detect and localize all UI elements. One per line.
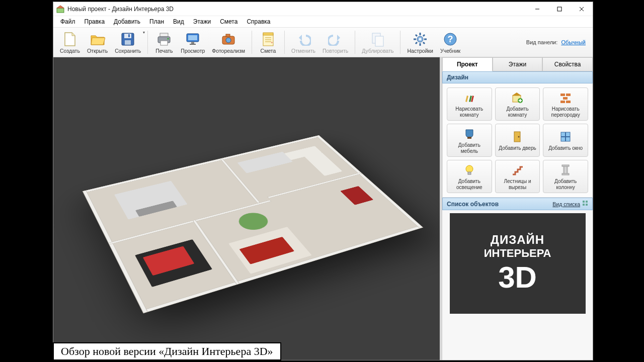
svg-rect-0 xyxy=(57,8,64,13)
design-draw-room-button[interactable]: Нарисовать комнату xyxy=(447,87,492,121)
bulb-icon xyxy=(462,163,476,177)
door-icon xyxy=(510,130,524,144)
svg-rect-9 xyxy=(128,34,130,37)
design-window-button[interactable]: Добавить окно xyxy=(543,124,588,157)
undo-icon xyxy=(295,31,311,47)
panel-view-label: Вид панели: xyxy=(526,39,557,45)
promo-logo: ДИЗАЙН ИНТЕРЬЕРА 3D xyxy=(450,213,586,314)
panel-view-selector[interactable]: Вид панели: Обычный xyxy=(526,39,586,45)
svg-rect-35 xyxy=(560,94,565,96)
file-new-icon xyxy=(62,31,78,47)
design-wall-button[interactable]: Нарисовать перегородку xyxy=(543,87,588,121)
help-button[interactable]: ?Учебник xyxy=(437,29,464,56)
tab-проект[interactable]: Проект xyxy=(442,57,493,71)
svg-rect-50 xyxy=(562,173,569,175)
minimize-button[interactable] xyxy=(526,2,548,16)
svg-rect-10 xyxy=(160,33,168,37)
camera-icon xyxy=(220,31,236,47)
open-button[interactable]: Открыть xyxy=(84,29,111,56)
dropdown-arrow-icon: ▾ xyxy=(143,30,145,35)
folder-open-icon xyxy=(90,31,106,47)
tab-этажи[interactable]: Этажи xyxy=(493,57,543,71)
menu-вид[interactable]: Вид xyxy=(169,17,188,26)
svg-rect-7 xyxy=(124,34,131,38)
draw-room-icon xyxy=(462,90,476,105)
menu-добавить[interactable]: Добавить xyxy=(110,17,144,26)
add-room-icon xyxy=(510,90,524,105)
gear-icon xyxy=(412,31,428,47)
tab-свойства[interactable]: Свойства xyxy=(542,57,593,71)
menu-правка[interactable]: Правка xyxy=(80,17,109,26)
svg-rect-17 xyxy=(190,44,196,45)
svg-point-20 xyxy=(226,38,231,43)
estimate-button[interactable]: Смета xyxy=(255,29,281,56)
close-button[interactable] xyxy=(571,2,593,16)
toolbar: СоздатьОткрытьСохранить▾ПечатьПросмотрФо… xyxy=(53,27,593,57)
svg-point-46 xyxy=(466,165,473,172)
window-title: Новый проект - Дизайн Интерьера 3D xyxy=(67,6,526,13)
list-view-link[interactable]: Вид списка xyxy=(552,201,580,207)
panel-view-value[interactable]: Обычный xyxy=(561,39,586,45)
menu-bar: ФайлПравкаДобавитьПланВидЭтажиСметаСправ… xyxy=(53,16,593,27)
wall-icon xyxy=(558,90,573,105)
svg-point-29 xyxy=(419,38,422,40)
svg-rect-49 xyxy=(562,165,569,166)
svg-point-13 xyxy=(168,38,169,39)
objects-list-area: ДИЗАЙН ИНТЕРЬЕРА 3D xyxy=(442,210,593,360)
window-icon xyxy=(558,130,573,144)
menu-смета[interactable]: Смета xyxy=(216,17,242,26)
svg-text:?: ? xyxy=(448,34,453,44)
title-bar: Новый проект - Дизайн Интерьера 3D xyxy=(53,2,593,16)
redo-icon xyxy=(328,31,344,47)
svg-rect-55 xyxy=(583,204,585,206)
printer-icon xyxy=(156,31,172,47)
help-icon: ? xyxy=(442,31,458,47)
new-button[interactable]: Создать xyxy=(56,29,84,56)
video-caption: Обзор новой версии «Дизайн Интерьера 3D» xyxy=(53,342,281,360)
disk-icon xyxy=(120,31,136,47)
objects-section-header: Список объектов Вид списка xyxy=(442,198,593,210)
view-button[interactable]: Просмотр xyxy=(177,29,208,56)
design-stairs-button[interactable]: Лестницы и вырезы xyxy=(495,160,540,193)
svg-rect-12 xyxy=(160,41,168,45)
design-add-room-button[interactable]: Добавить комнату xyxy=(495,87,540,121)
undo-button: Отменить xyxy=(288,29,319,56)
stairs-icon xyxy=(510,163,524,177)
menu-справка[interactable]: Справка xyxy=(243,17,274,26)
svg-rect-36 xyxy=(566,94,571,96)
menu-этажи[interactable]: Этажи xyxy=(189,17,215,26)
svg-rect-56 xyxy=(586,204,588,206)
svg-rect-27 xyxy=(375,36,383,46)
design-section-header: Дизайн xyxy=(442,71,593,83)
column-icon xyxy=(558,163,573,177)
photo-button[interactable]: Фотореализм xyxy=(208,29,249,56)
list-view-icon[interactable] xyxy=(582,200,588,208)
save-button[interactable]: Сохранить▾ xyxy=(111,29,144,56)
svg-rect-48 xyxy=(564,166,568,174)
menu-файл[interactable]: Файл xyxy=(56,17,79,26)
svg-rect-8 xyxy=(125,40,131,45)
maximize-button[interactable] xyxy=(548,2,571,16)
settings-button[interactable]: Настройки xyxy=(404,29,437,56)
redo-button: Повторить xyxy=(319,29,352,56)
print-button[interactable]: Печать xyxy=(151,29,177,56)
copy-icon xyxy=(370,31,386,47)
svg-rect-22 xyxy=(263,33,273,35)
design-chair-button[interactable]: Добавить мебель xyxy=(447,124,492,157)
design-tools-grid: Нарисовать комнатуДобавить комнатуНарисо… xyxy=(442,83,593,198)
svg-rect-53 xyxy=(583,201,585,203)
monitor-icon xyxy=(185,31,201,47)
app-icon xyxy=(56,5,64,13)
svg-rect-15 xyxy=(188,35,197,40)
svg-rect-3 xyxy=(557,7,561,11)
design-column-button[interactable]: Добавить колонну xyxy=(543,160,588,193)
svg-marker-33 xyxy=(512,93,521,96)
menu-план[interactable]: План xyxy=(145,17,168,26)
svg-rect-40 xyxy=(467,137,471,139)
side-tabs: ПроектЭтажиСвойства xyxy=(442,57,593,71)
3d-viewport[interactable] xyxy=(53,57,440,360)
dup-button: Дублировать xyxy=(358,29,397,56)
side-panel: ПроектЭтажиСвойства Дизайн Нарисовать ко… xyxy=(442,57,593,360)
design-bulb-button[interactable]: Добавить освещение xyxy=(447,160,492,193)
design-door-button[interactable]: Добавить дверь xyxy=(495,124,540,157)
